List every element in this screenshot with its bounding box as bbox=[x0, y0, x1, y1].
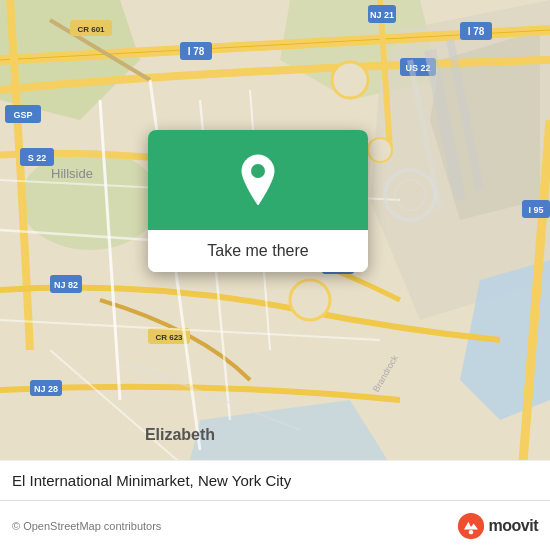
svg-text:S 22: S 22 bbox=[28, 153, 47, 163]
svg-text:CR 623: CR 623 bbox=[155, 333, 183, 342]
svg-point-44 bbox=[290, 280, 330, 320]
svg-text:I 95: I 95 bbox=[528, 205, 543, 215]
svg-point-48 bbox=[468, 529, 472, 533]
svg-text:Elizabeth: Elizabeth bbox=[145, 426, 215, 443]
map-pin-icon bbox=[236, 153, 280, 207]
svg-text:I 78: I 78 bbox=[188, 46, 205, 57]
location-name: El International Minimarket, New York Ci… bbox=[12, 472, 291, 489]
moovit-icon bbox=[457, 512, 485, 540]
copyright-text: © OpenStreetMap contributors bbox=[12, 520, 457, 532]
svg-text:Hillside: Hillside bbox=[51, 166, 93, 181]
moovit-label: moovit bbox=[489, 517, 538, 535]
popup-green-area bbox=[148, 130, 368, 230]
svg-text:GSP: GSP bbox=[13, 110, 32, 120]
svg-text:I 78: I 78 bbox=[468, 26, 485, 37]
location-name-bar: El International Minimarket, New York Ci… bbox=[0, 460, 550, 500]
take-me-there-button[interactable]: Take me there bbox=[148, 230, 368, 272]
popup-card: Take me there bbox=[148, 130, 368, 272]
svg-text:NJ 82: NJ 82 bbox=[54, 280, 78, 290]
popup-button-label: Take me there bbox=[207, 242, 308, 260]
map-container: I 78 I 78 US 22 GSP NJ 21 I 95 S 22 CR 6… bbox=[0, 0, 550, 500]
svg-text:CR 601: CR 601 bbox=[77, 25, 105, 34]
moovit-logo: moovit bbox=[457, 512, 538, 540]
svg-text:NJ 28: NJ 28 bbox=[34, 384, 58, 394]
bottom-bar: © OpenStreetMap contributors moovit bbox=[0, 500, 550, 550]
svg-point-46 bbox=[251, 164, 265, 178]
svg-point-42 bbox=[332, 62, 368, 98]
svg-text:NJ 21: NJ 21 bbox=[370, 10, 394, 20]
svg-point-43 bbox=[368, 138, 392, 162]
svg-point-47 bbox=[457, 512, 483, 538]
